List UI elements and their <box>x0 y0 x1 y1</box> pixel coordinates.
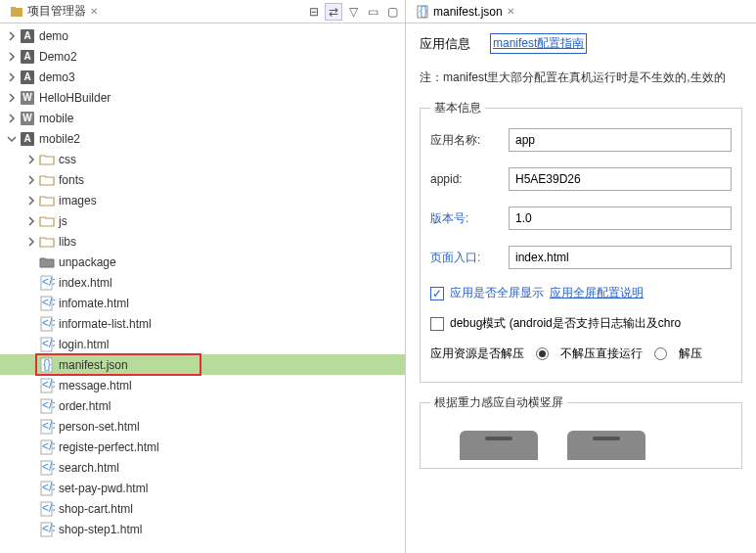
close-icon[interactable]: ✕ <box>90 6 98 17</box>
tree-item[interactable]: </>registe-perfect.html <box>0 437 405 457</box>
panel-toolbar: ⊟ ⇄ ▽ ▭ ▢ <box>305 3 401 21</box>
json-icon: {} <box>39 357 55 373</box>
tree-item[interactable]: Amobile2 <box>0 128 405 149</box>
device-portrait-icon[interactable] <box>460 431 538 460</box>
html-icon: </> <box>39 337 55 352</box>
chevron-right-icon[interactable] <box>6 71 18 83</box>
chevron-right-icon[interactable] <box>6 113 18 124</box>
tree-item[interactable]: WHelloHBuilder <box>0 87 405 108</box>
folder-icon <box>10 5 23 19</box>
chevron-right-icon[interactable] <box>25 154 37 165</box>
device-orientation-row <box>430 423 732 468</box>
editor-tab-title: manifest.json <box>433 5 503 19</box>
tree-item-label: demo3 <box>39 70 75 84</box>
html-icon: </> <box>39 275 55 291</box>
editor-tabs: {} manifest.json ✕ <box>406 0 756 23</box>
collapse-all-icon[interactable]: ⊟ <box>305 3 323 21</box>
expand-spacer <box>25 339 37 350</box>
appid-input[interactable] <box>509 167 732 191</box>
tree-item[interactable]: </>login.html <box>0 334 405 354</box>
chevron-right-icon[interactable] <box>25 236 37 248</box>
tree-item-label: set-pay-pwd.html <box>59 482 148 495</box>
form-row-appname: 应用名称: <box>430 128 732 152</box>
expand-spacer <box>25 298 37 309</box>
tree-item[interactable]: js <box>0 210 405 231</box>
tree-item-label: mobile2 <box>39 132 80 146</box>
appid-label: appid: <box>430 172 509 186</box>
form-row-version: 版本号: <box>430 207 732 230</box>
view-menu-icon[interactable]: ▽ <box>344 3 362 21</box>
html-icon: </> <box>39 481 55 496</box>
chevron-right-icon[interactable] <box>25 195 37 207</box>
tree-item-label: HelloHBuilder <box>39 91 111 105</box>
entry-label: 页面入口: <box>430 250 509 266</box>
fullscreen-config-link[interactable]: 应用全屏配置说明 <box>550 285 644 301</box>
debug-check-label: debug模式 (android是否支持日志输出及chro <box>450 315 681 332</box>
debug-check-row: debug模式 (android是否支持日志输出及chro <box>430 315 732 332</box>
tree-item[interactable]: </>set-pay-pwd.html <box>0 478 405 498</box>
editor-tab[interactable]: {} manifest.json ✕ <box>410 3 520 21</box>
tree-item-label: order.html <box>59 399 111 413</box>
tree-item[interactable]: Ademo <box>0 25 405 46</box>
svg-text:</>: </> <box>42 501 55 515</box>
chevron-down-icon[interactable] <box>6 133 18 145</box>
version-input[interactable] <box>509 207 732 230</box>
tree-item[interactable]: </>index.html <box>0 272 405 293</box>
tree-item[interactable]: </>person-set.html <box>0 416 405 437</box>
expand-spacer <box>25 256 37 268</box>
tree-item[interactable]: images <box>0 190 405 210</box>
appname-input[interactable] <box>509 128 732 152</box>
tree-item[interactable]: </>infomate.html <box>0 293 405 313</box>
project-tree[interactable]: AdemoADemo2Ademo3WHelloHBuilderWmobileAm… <box>0 23 405 553</box>
tree-item-label: shop-step1.html <box>59 523 142 536</box>
expand-spacer <box>25 441 37 453</box>
a-icon: A <box>20 28 35 44</box>
close-icon[interactable]: ✕ <box>507 6 514 17</box>
tree-item[interactable]: </>order.html <box>0 395 405 416</box>
orientation-legend: 根据重力感应自动横竖屏 <box>430 394 567 411</box>
tree-item[interactable]: ADemo2 <box>0 46 405 67</box>
radio-extract[interactable] <box>654 347 667 360</box>
w-icon: W <box>20 90 35 106</box>
chevron-right-icon[interactable] <box>25 215 37 227</box>
chevron-right-icon[interactable] <box>6 30 18 42</box>
tree-item[interactable]: unpackage <box>0 252 405 272</box>
fullscreen-checkbox[interactable]: ✓ <box>430 287 444 300</box>
tree-item[interactable]: Ademo3 <box>0 67 405 87</box>
app-info-header: 应用信息 manifest配置指南 <box>420 33 742 54</box>
basic-info-legend: 基本信息 <box>430 100 485 116</box>
entry-input[interactable] <box>509 246 732 269</box>
tree-item-label: css <box>59 153 76 166</box>
svg-text:</>: </> <box>42 275 55 289</box>
chevron-right-icon[interactable] <box>6 92 18 104</box>
minimize-icon[interactable]: ▭ <box>364 3 381 21</box>
chevron-right-icon[interactable] <box>25 174 37 186</box>
radio-no-extract[interactable] <box>536 347 549 360</box>
tree-item-label: index.html <box>59 276 112 290</box>
tree-item[interactable]: css <box>0 149 405 169</box>
tree-item[interactable]: </>message.html <box>0 375 405 395</box>
note-text: 注：manifest里大部分配置在真机运行时是不生效的,生效的 <box>420 69 742 86</box>
tree-item-label: manifest.json <box>59 358 128 372</box>
tree-item-label: login.html <box>59 338 109 351</box>
device-landscape-icon[interactable] <box>567 431 645 460</box>
w-icon: W <box>20 111 35 126</box>
radio-option1-label: 不解压直接运行 <box>560 346 643 362</box>
tree-item[interactable]: </>shop-cart.html <box>0 498 405 519</box>
tree-item-label: unpackage <box>59 255 116 269</box>
maximize-icon[interactable]: ▢ <box>383 3 401 21</box>
chevron-right-icon[interactable] <box>6 51 18 63</box>
tree-item[interactable]: {}manifest.json <box>0 354 405 375</box>
a-icon: A <box>20 69 35 85</box>
panel-tab[interactable]: 项目管理器 ✕ <box>4 1 104 22</box>
resource-label: 应用资源是否解压 <box>430 346 524 362</box>
tree-item[interactable]: </>search.html <box>0 457 405 478</box>
debug-checkbox[interactable] <box>430 317 444 331</box>
tree-item[interactable]: </>informate-list.html <box>0 313 405 334</box>
tree-item[interactable]: libs <box>0 231 405 252</box>
tree-item[interactable]: Wmobile <box>0 108 405 128</box>
tree-item[interactable]: fonts <box>0 169 405 190</box>
manifest-guide-link[interactable]: manifest配置指南 <box>490 33 587 54</box>
tree-item[interactable]: </>shop-step1.html <box>0 519 405 539</box>
link-editor-icon[interactable]: ⇄ <box>325 3 342 21</box>
